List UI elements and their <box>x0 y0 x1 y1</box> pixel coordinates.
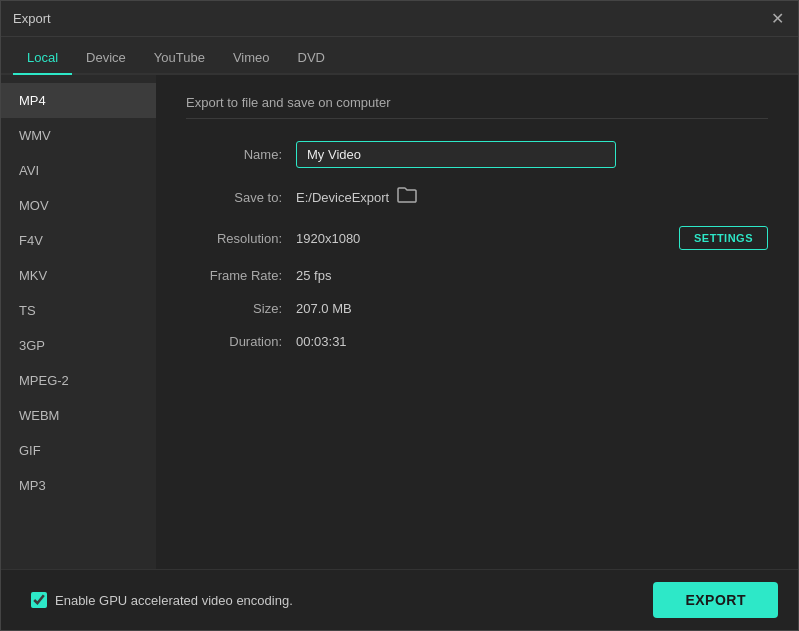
size-row: Size: 207.0 MB <box>186 301 768 316</box>
window-title: Export <box>13 11 51 26</box>
tab-bar: Local Device YouTube Vimeo DVD <box>1 37 798 75</box>
tab-vimeo[interactable]: Vimeo <box>219 42 284 75</box>
save-to-value-row: E:/DeviceExport <box>296 186 768 208</box>
sidebar-item-avi[interactable]: AVI <box>1 153 156 188</box>
sidebar-item-mp4[interactable]: MP4 <box>1 83 156 118</box>
sidebar: MP4 WMV AVI MOV F4V MKV TS 3GP MPEG-2 WE… <box>1 75 156 569</box>
name-input[interactable] <box>296 141 616 168</box>
size-value: 207.0 MB <box>296 301 768 316</box>
resolution-row: Resolution: 1920x1080 SETTINGS <box>186 226 768 250</box>
name-label: Name: <box>186 147 296 162</box>
size-label: Size: <box>186 301 296 316</box>
tab-device[interactable]: Device <box>72 42 140 75</box>
folder-icon[interactable] <box>397 186 417 208</box>
name-row: Name: <box>186 141 768 168</box>
sidebar-item-mov[interactable]: MOV <box>1 188 156 223</box>
sidebar-item-gif[interactable]: GIF <box>1 433 156 468</box>
gpu-label[interactable]: Enable GPU accelerated video encoding. <box>55 593 293 608</box>
resolution-label: Resolution: <box>186 231 296 246</box>
sidebar-item-wmv[interactable]: WMV <box>1 118 156 153</box>
close-button[interactable]: ✕ <box>768 10 786 28</box>
gpu-row: Enable GPU accelerated video encoding. <box>31 592 293 608</box>
sidebar-item-webm[interactable]: WEBM <box>1 398 156 433</box>
export-button[interactable]: EXPORT <box>653 582 778 618</box>
sidebar-item-3gp[interactable]: 3GP <box>1 328 156 363</box>
tab-youtube[interactable]: YouTube <box>140 42 219 75</box>
title-bar: Export ✕ <box>1 1 798 37</box>
save-to-label: Save to: <box>186 190 296 205</box>
sidebar-item-mkv[interactable]: MKV <box>1 258 156 293</box>
duration-value: 00:03:31 <box>296 334 768 349</box>
tab-local[interactable]: Local <box>13 42 72 75</box>
frame-rate-value: 25 fps <box>296 268 768 283</box>
duration-row: Duration: 00:03:31 <box>186 334 768 349</box>
body: MP4 WMV AVI MOV F4V MKV TS 3GP MPEG-2 WE… <box>1 75 798 569</box>
duration-label: Duration: <box>186 334 296 349</box>
footer: Enable GPU accelerated video encoding. E… <box>1 569 798 630</box>
export-window: Export ✕ Local Device YouTube Vimeo DVD … <box>0 0 799 631</box>
section-title: Export to file and save on computer <box>186 95 768 119</box>
sidebar-item-f4v[interactable]: F4V <box>1 223 156 258</box>
sidebar-item-mp3[interactable]: MP3 <box>1 468 156 503</box>
frame-rate-label: Frame Rate: <box>186 268 296 283</box>
resolution-value: 1920x1080 <box>296 231 663 246</box>
save-to-row: Save to: E:/DeviceExport <box>186 186 768 208</box>
sidebar-item-mpeg2[interactable]: MPEG-2 <box>1 363 156 398</box>
frame-rate-row: Frame Rate: 25 fps <box>186 268 768 283</box>
main-content: Export to file and save on computer Name… <box>156 75 798 569</box>
settings-button[interactable]: SETTINGS <box>679 226 768 250</box>
tab-dvd[interactable]: DVD <box>284 42 339 75</box>
sidebar-item-ts[interactable]: TS <box>1 293 156 328</box>
save-path-text: E:/DeviceExport <box>296 190 389 205</box>
gpu-checkbox[interactable] <box>31 592 47 608</box>
